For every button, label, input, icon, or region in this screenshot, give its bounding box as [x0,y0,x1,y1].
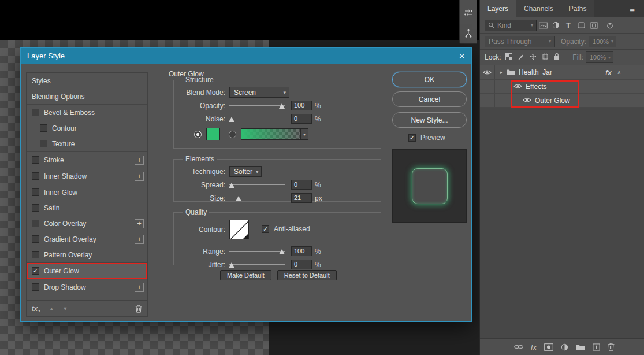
add-instance-button[interactable]: + [135,235,144,244]
range-slider[interactable] [229,247,285,256]
add-instance-button[interactable]: + [135,283,144,292]
layer-group-row[interactable]: ▸ Health_Jar fx ∧ [480,65,644,80]
filter-pixel-layers-icon[interactable] [537,20,549,31]
opacity-slider[interactable] [229,101,285,110]
style-item-outer-glow[interactable]: ✓ Outer Glow [27,263,147,279]
move-style-down-icon[interactable]: ▼ [63,306,68,312]
style-checkbox[interactable] [32,251,39,258]
ok-button[interactable]: OK [392,72,467,87]
collapse-effects-icon[interactable]: ∧ [617,69,621,75]
slider-handle[interactable] [229,117,234,122]
glow-color-swatch[interactable] [206,128,220,140]
style-item-drop-shadow[interactable]: Drop Shadow + [27,279,147,295]
tab-layers[interactable]: Layers [480,0,516,17]
gradient-picker-chevron-icon[interactable]: ▾ [300,129,308,139]
layer-blend-mode-select[interactable]: Pass Through ▾ [485,36,555,47]
style-checkbox[interactable] [32,235,39,243]
slider-handle[interactable] [229,183,234,188]
opacity-input[interactable]: 100 [291,101,312,110]
solid-color-radio[interactable] [194,131,202,138]
lock-transparency-icon[interactable] [505,53,512,62]
lock-position-move-icon[interactable] [530,53,537,62]
style-item-styles[interactable]: Styles [27,73,147,88]
outer-glow-effect-row[interactable]: Outer Glow [480,94,644,108]
anti-aliased-checkbox[interactable]: ✓ [262,225,269,233]
gradient-radio[interactable] [229,131,236,138]
style-checkbox[interactable] [32,109,39,116]
style-item-satin[interactable]: Satin [27,200,147,216]
style-item-pattern-overlay[interactable]: Pattern Overlay [27,247,147,262]
filter-kind-select[interactable]: Kind ▾ [485,20,537,31]
new-group-folder-icon[interactable] [576,343,585,350]
tab-paths[interactable]: Paths [561,0,595,17]
add-layer-mask-icon[interactable] [544,343,553,351]
filter-adjustment-layers-icon[interactable] [549,20,562,31]
preview-checkbox[interactable]: ✓ [408,134,416,142]
style-checkbox[interactable] [40,140,47,147]
size-input[interactable]: 21 [291,193,312,203]
slider-handle[interactable] [236,196,241,201]
add-instance-button[interactable]: + [135,156,144,165]
visibility-eye-icon[interactable] [513,83,522,91]
cancel-button[interactable]: Cancel [392,91,467,107]
add-instance-button[interactable]: + [135,172,144,181]
gradient-swatch[interactable]: ▾ [241,128,308,140]
style-checkbox[interactable] [32,283,39,291]
style-checkbox[interactable] [32,220,39,227]
technique-select[interactable]: Softer ▾ [229,166,262,177]
style-checkbox[interactable] [32,188,39,196]
style-item-inner-shadow[interactable]: Inner Shadow + [27,168,147,184]
style-item-color-overlay[interactable]: Color Overlay + [27,216,147,231]
dialog-titlebar[interactable]: Layer Style × [21,48,471,64]
layer-group-name[interactable]: Health_Jar [519,68,552,76]
contour-picker[interactable] [229,220,249,239]
style-item-contour[interactable]: Contour [27,120,147,136]
noise-slider[interactable] [229,114,285,123]
make-default-button[interactable]: Make Default [220,270,271,280]
close-icon[interactable]: × [459,51,465,61]
spread-slider[interactable] [229,180,285,189]
style-item-bevel-emboss[interactable]: Bevel & Emboss [27,105,147,120]
new-adjustment-layer-icon[interactable] [561,343,568,351]
style-checkbox[interactable] [40,124,47,132]
move-style-up-icon[interactable]: ▲ [49,306,54,312]
collapsed-panel-sliders-icon[interactable] [463,7,474,19]
filter-type-layers-icon[interactable]: T [562,20,575,31]
style-item-inner-glow[interactable]: Inner Glow [27,184,147,200]
fx-badge[interactable]: fx [605,68,611,77]
filter-shape-layers-icon[interactable] [575,20,587,31]
lock-all-padlock-icon[interactable] [554,53,560,62]
noise-input[interactable]: 0 [291,114,312,124]
visibility-eye-icon[interactable] [480,65,495,79]
style-checkbox[interactable] [32,156,39,164]
group-expand-icon[interactable]: ▸ [497,69,506,75]
style-checkbox[interactable] [32,204,39,212]
lock-artboard-icon[interactable] [542,53,549,62]
add-layer-style-icon[interactable]: fx [531,343,537,352]
collapsed-panel-tree-icon[interactable] [463,28,474,39]
delete-layer-icon[interactable] [608,343,615,351]
filter-smart-object-icon[interactable] [587,20,600,31]
delete-effect-icon[interactable] [135,305,142,313]
effects-row[interactable]: Effects [480,80,644,94]
slider-handle[interactable] [279,249,285,254]
style-item-blending-options[interactable]: Blending Options [27,88,147,104]
style-checkbox-checked[interactable]: ✓ [32,267,39,275]
layer-opacity-select[interactable]: 100% ▾ [589,36,616,47]
fill-select[interactable]: 100% ▾ [586,51,613,63]
lock-pixels-brush-icon[interactable] [518,53,524,62]
add-effect-fx-button[interactable]: fx▾ [32,304,40,313]
spread-input[interactable]: 0 [291,180,312,190]
reset-to-default-button[interactable]: Reset to Default [277,270,337,280]
add-instance-button[interactable]: + [135,219,144,228]
slider-handle[interactable] [279,103,285,109]
slider-handle[interactable] [229,262,234,268]
new-layer-icon[interactable] [593,343,600,351]
style-checkbox[interactable] [32,172,39,180]
jitter-slider[interactable] [229,260,285,269]
visibility-eye-icon[interactable] [523,97,531,105]
size-slider[interactable] [229,194,285,202]
jitter-input[interactable]: 0 [291,260,312,269]
new-style-button[interactable]: New Style... [392,112,467,128]
blend-mode-select[interactable]: Screen ▾ [229,87,289,98]
